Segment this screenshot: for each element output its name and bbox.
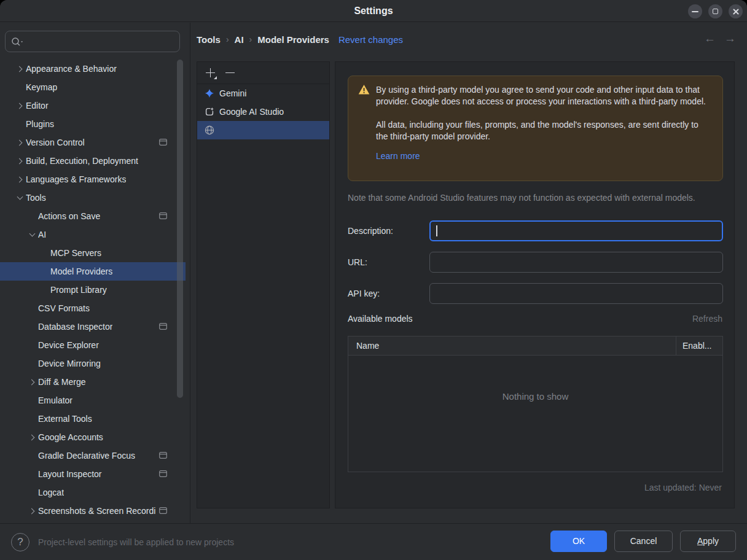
sidebar-item-ai[interactable]: AI [0, 225, 186, 244]
sidebar-item-model-providers[interactable]: Model Providers [0, 262, 186, 281]
provider-item-gemini[interactable]: Gemini [197, 84, 329, 103]
sidebar-item-actions-on-save[interactable]: Actions on Save [0, 207, 186, 225]
maximize-button[interactable] [708, 4, 722, 18]
column-header-name[interactable]: Name [348, 336, 676, 355]
sidebar-item-gradle-declarative-focus[interactable]: Gradle Declarative Focus [0, 446, 186, 465]
provider-name: Gemini [219, 88, 246, 98]
empty-table-message: Nothing to show [503, 391, 569, 472]
cancel-button[interactable]: Cancel [614, 531, 673, 552]
chevron-right-icon[interactable] [26, 373, 38, 391]
chevron-right-icon[interactable] [14, 133, 26, 152]
sidebar-item-diff-merge[interactable]: Diff & Merge [0, 373, 186, 391]
sidebar-item-logcat[interactable]: Logcat [0, 483, 186, 502]
close-button[interactable] [729, 4, 743, 18]
breadcrumb-tools[interactable]: Tools [197, 34, 221, 45]
sidebar-item-device-mirroring[interactable]: Device Mirroring [0, 354, 186, 373]
last-updated-label: Last updated: Never [644, 483, 722, 492]
minimize-icon [692, 11, 698, 12]
chevron-right-icon[interactable] [14, 170, 26, 189]
description-field[interactable] [429, 220, 723, 241]
provider-item-google-ai-studio[interactable]: Google AI Studio [197, 103, 329, 121]
sidebar-item-languages-frameworks[interactable]: Languages & Frameworks [0, 170, 186, 189]
chevron-down-icon[interactable] [26, 225, 38, 244]
sidebar-item-label: Tools [26, 193, 46, 203]
sidebar-item-label: External Tools [38, 414, 92, 424]
gemini-icon [205, 88, 214, 98]
search-icon [11, 37, 23, 47]
sidebar-item-google-accounts[interactable]: Google Accounts [0, 428, 186, 446]
sidebar-item-external-tools[interactable]: External Tools [0, 410, 186, 428]
project-badge-icon [159, 470, 167, 477]
tree-indent [38, 244, 50, 262]
external-models-note: Note that some Android Studio features m… [348, 193, 695, 203]
sidebar-item-emulator[interactable]: Emulator [0, 391, 186, 410]
chevron-down-icon[interactable] [14, 189, 26, 207]
provider-item-custom[interactable] [197, 121, 329, 139]
sidebar-item-editor[interactable]: Editor [0, 96, 186, 115]
dialog-footer: ? Project-level settings will be applied… [0, 523, 747, 560]
settings-sidebar: Appearance & BehaviorKeymapEditorPlugins… [0, 23, 190, 523]
text-caret [436, 225, 437, 236]
forward-arrow-icon[interactable]: → [724, 32, 736, 45]
chevron-right-icon[interactable] [14, 60, 26, 78]
chevron-right-icon[interactable] [14, 152, 26, 170]
api-key-field[interactable] [429, 283, 723, 304]
sidebar-item-device-explorer[interactable]: Device Explorer [0, 336, 186, 354]
learn-more-link[interactable]: Learn more [376, 150, 420, 162]
project-badge-icon [159, 452, 167, 459]
sidebar-item-build-execution-deployment[interactable]: Build, Execution, Deployment [0, 152, 186, 170]
tree-indent [38, 281, 50, 299]
breadcrumb-model-providers: Model Providers [257, 34, 329, 45]
sidebar-item-layout-inspector[interactable]: Layout Inspector [0, 465, 186, 483]
api-key-label: API key: [348, 283, 380, 304]
sidebar-item-tools[interactable]: Tools [0, 189, 186, 207]
breadcrumb-separator: › [244, 34, 258, 44]
sidebar-item-mcp-servers[interactable]: MCP Servers [0, 244, 186, 262]
project-badge-icon [159, 139, 167, 146]
chevron-right-icon[interactable] [26, 428, 38, 446]
footer-hint: Project-level settings will be applied t… [38, 524, 234, 560]
help-button[interactable]: ? [11, 533, 29, 551]
sidebar-item-database-inspector[interactable]: Database Inspector [0, 317, 186, 336]
sidebar-item-csv-formats[interactable]: CSV Formats [0, 299, 186, 317]
sidebar-item-label: MCP Servers [50, 248, 101, 258]
sidebar-item-label: Device Explorer [38, 340, 99, 350]
sidebar-item-label: Database Inspector [38, 322, 112, 332]
search-input[interactable] [5, 31, 180, 52]
revert-changes-link[interactable]: Revert changes [338, 34, 403, 45]
column-header-enabled[interactable]: Enabl... [676, 336, 722, 355]
tree-indent [14, 78, 26, 96]
sidebar-item-keymap[interactable]: Keymap [0, 78, 186, 96]
project-badge-icon [159, 323, 167, 330]
settings-tree: Appearance & BehaviorKeymapEditorPlugins… [0, 60, 186, 520]
url-field[interactable] [429, 252, 723, 273]
warning-icon [358, 84, 370, 173]
sidebar-item-label: Emulator [38, 395, 72, 405]
ok-button[interactable]: OK [550, 531, 607, 552]
maximize-icon [713, 9, 718, 14]
breadcrumb-ai[interactable]: AI [235, 34, 244, 45]
sidebar-item-appearance-behavior[interactable]: Appearance & Behavior [0, 60, 186, 78]
sidebar-item-label: Keymap [26, 82, 57, 92]
remove-provider-button[interactable] [225, 68, 235, 79]
models-table-header: Name Enabl... [348, 336, 722, 356]
sidebar-item-label: Plugins [26, 119, 54, 129]
apply-button[interactable]: Apply [680, 531, 736, 552]
sidebar-item-label: Google Accounts [38, 432, 103, 442]
chevron-right-icon[interactable] [14, 96, 26, 115]
warning-text: By using a third-party model you agree t… [376, 84, 713, 173]
refresh-button[interactable]: Refresh [692, 314, 722, 324]
sidebar-item-plugins[interactable]: Plugins [0, 115, 186, 133]
tree-indent [26, 336, 38, 354]
chevron-right-icon[interactable] [26, 502, 38, 520]
minimize-button[interactable] [688, 4, 702, 18]
providers-panel: GeminiGoogle AI Studio [197, 61, 330, 508]
sidebar-item-version-control[interactable]: Version Control [0, 133, 186, 152]
add-provider-button[interactable] [205, 68, 216, 79]
project-badge-icon [159, 507, 167, 514]
sidebar-scrollbar[interactable] [177, 60, 183, 398]
back-arrow-icon[interactable]: ← [704, 32, 716, 45]
sidebar-item-prompt-library[interactable]: Prompt Library [0, 281, 186, 299]
sidebar-item-screenshots-screen-recordi[interactable]: Screenshots & Screen Recordi [0, 502, 186, 520]
tree-indent [14, 115, 26, 133]
